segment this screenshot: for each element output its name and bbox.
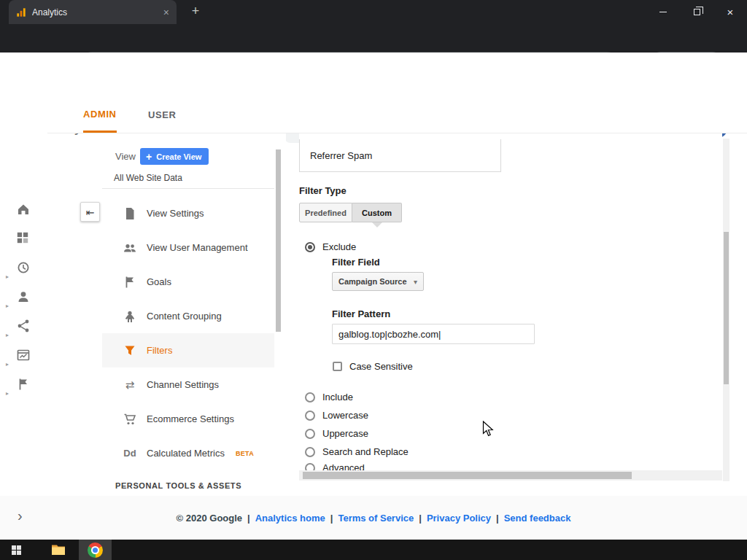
- footer-separator: |: [330, 513, 333, 524]
- horizontal-scrollbar[interactable]: [299, 470, 722, 481]
- create-view-button[interactable]: + Create View: [140, 148, 209, 165]
- start-button[interactable]: [0, 540, 33, 560]
- close-button[interactable]: ×: [713, 0, 747, 24]
- menu-item-ecommerce-settings[interactable]: Ecommerce Settings: [102, 402, 274, 436]
- mouse-cursor: [482, 421, 495, 437]
- folder-icon: [51, 544, 66, 556]
- restore-icon: [694, 9, 700, 15]
- option-label: Uppercase: [322, 428, 368, 439]
- case-sensitive-label: Case Sensitive: [349, 361, 413, 372]
- dashboard-icon: [16, 231, 29, 244]
- sidebar-item-conversions[interactable]: [16, 377, 32, 393]
- analytics-favicon-icon: [16, 7, 26, 18]
- create-view-label: Create View: [156, 152, 201, 161]
- sidebar-item-home[interactable]: [16, 202, 32, 218]
- case-sensitive-checkbox[interactable]: [333, 362, 342, 371]
- person-icon: [16, 289, 31, 304]
- vertical-scrollbar[interactable]: [723, 139, 729, 481]
- case-sensitive-option[interactable]: Case Sensitive: [333, 361, 413, 372]
- filter-field-dropdown[interactable]: Campaign Source ▾: [332, 272, 424, 291]
- exclude-radio[interactable]: [305, 242, 315, 252]
- view-column: View + Create View All Web Site Data Vie…: [102, 133, 286, 496]
- menu-item-content-grouping[interactable]: Content Grouping: [102, 299, 274, 333]
- people-icon: [123, 241, 137, 255]
- option-label: Lowercase: [322, 410, 368, 421]
- lowercase-option[interactable]: Lowercase: [305, 410, 368, 421]
- footer-link-analytics-home[interactable]: Analytics home: [255, 513, 325, 524]
- menu-item-label: Filters: [147, 345, 172, 356]
- include-option[interactable]: Include: [305, 392, 353, 402]
- chrome-icon: [88, 542, 103, 558]
- menu-item-view-settings[interactable]: View Settings: [102, 196, 274, 230]
- filter-form: Referrer Spam Filter Type Predefined Cus…: [299, 133, 722, 481]
- expand-arrow-icon[interactable]: ▸: [6, 390, 9, 397]
- sidebar-item-realtime[interactable]: [16, 260, 32, 276]
- cart-icon: [123, 412, 137, 427]
- menu-item-label: Content Grouping: [147, 311, 222, 322]
- expand-arrow-icon[interactable]: ▸: [6, 332, 9, 338]
- sidebar-item-acquisition[interactable]: [16, 319, 32, 335]
- section-header-personal-tools: PERSONAL TOOLS & ASSETS: [115, 476, 241, 495]
- view-column-label: View: [115, 151, 136, 162]
- menu-item-calculated-metrics[interactable]: Dd Calculated Metrics BETA: [102, 436, 274, 470]
- collapse-panel-button[interactable]: ⇤: [80, 202, 100, 222]
- menu-item-label: Goals: [147, 276, 171, 287]
- chrome-button[interactable]: [79, 540, 112, 560]
- tab-user[interactable]: USER: [148, 97, 177, 133]
- footer-link-terms[interactable]: Terms of Service: [338, 513, 414, 524]
- lowercase-radio[interactable]: [305, 411, 315, 421]
- report-icon: [16, 348, 31, 362]
- windows-logo-icon: [12, 545, 21, 555]
- filter-name-field[interactable]: Referrer Spam: [299, 139, 501, 172]
- footer-separator: |: [496, 513, 499, 524]
- current-view-name: All Web Site Data: [114, 173, 182, 183]
- predefined-button[interactable]: Predefined: [299, 203, 352, 222]
- footer-separator: |: [419, 513, 422, 524]
- copyright-text: © 2020 Google: [177, 513, 243, 524]
- tab-close-icon[interactable]: ×: [163, 7, 169, 18]
- search-replace-radio[interactable]: [305, 447, 315, 457]
- custom-button[interactable]: Custom: [352, 203, 402, 222]
- filter-type-segmented: Predefined Custom: [299, 203, 402, 222]
- rail-expand-chevron-icon[interactable]: ›: [18, 508, 23, 524]
- document-icon: [123, 206, 137, 221]
- sidebar-item-behavior[interactable]: [16, 348, 32, 364]
- menu-item-view-user-management[interactable]: View User Management: [102, 230, 274, 265]
- browser-titlebar: Analytics × + ×: [0, 0, 747, 24]
- vertical-scrollbar-thumb[interactable]: [724, 232, 729, 384]
- include-radio[interactable]: [305, 392, 315, 402]
- uppercase-radio[interactable]: [305, 429, 315, 439]
- footer: © 2020 Google | Analytics home | Terms o…: [0, 496, 747, 540]
- filter-pattern-label: Filter Pattern: [332, 308, 390, 319]
- menu-item-label: View User Management: [147, 242, 248, 253]
- divider: [102, 188, 274, 189]
- horizontal-scrollbar-thumb[interactable]: [303, 472, 632, 479]
- expand-arrow-icon[interactable]: ▸: [6, 361, 9, 368]
- expand-arrow-icon[interactable]: ▸: [6, 273, 9, 280]
- plus-icon: +: [146, 151, 152, 163]
- sidebar-item-audience[interactable]: [16, 289, 32, 306]
- option-label: Search and Replace: [322, 446, 409, 457]
- new-tab-button[interactable]: +: [187, 4, 204, 19]
- search-replace-option[interactable]: Search and Replace: [305, 446, 409, 457]
- sidebar-item-customization[interactable]: [16, 231, 32, 247]
- file-explorer-button[interactable]: [42, 540, 74, 560]
- browser-tab[interactable]: Analytics ×: [9, 0, 177, 24]
- footer-link-feedback[interactable]: Send feedback: [504, 513, 571, 524]
- filter-pattern-input[interactable]: [332, 324, 535, 344]
- grouping-person-icon: [123, 309, 137, 324]
- tab-admin[interactable]: ADMIN: [83, 97, 117, 133]
- filter-field-value: Campaign Source: [338, 277, 414, 286]
- expand-arrow-icon[interactable]: ▸: [6, 303, 9, 309]
- column-scrollbar-thumb[interactable]: [276, 149, 281, 332]
- exclude-option[interactable]: Exclude: [305, 241, 356, 252]
- uppercase-option[interactable]: Uppercase: [305, 428, 368, 439]
- footer-link-privacy[interactable]: Privacy Policy: [427, 513, 491, 524]
- window-controls: ×: [646, 0, 747, 24]
- restore-button[interactable]: [680, 0, 713, 24]
- menu-item-channel-settings[interactable]: ⇄ Channel Settings: [102, 368, 274, 402]
- flag-icon: [16, 377, 31, 392]
- menu-item-filters[interactable]: Filters: [102, 333, 274, 368]
- minimize-button[interactable]: [646, 0, 680, 24]
- menu-item-goals[interactable]: Goals: [102, 265, 274, 299]
